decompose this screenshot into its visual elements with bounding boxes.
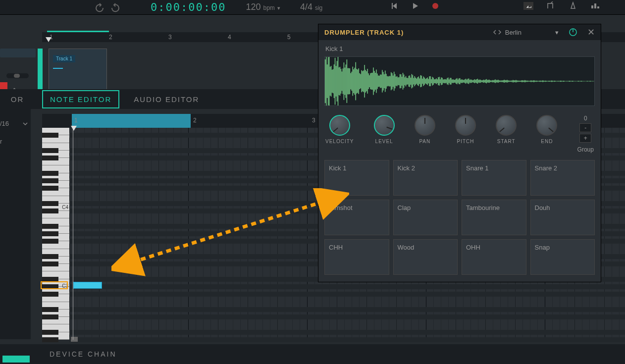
pad-kick1[interactable]: Kick 1	[324, 160, 389, 196]
pad-chh[interactable]: CHH	[324, 239, 389, 275]
piano-playhead-marker[interactable]	[71, 126, 77, 131]
preset-arrows-icon[interactable]	[493, 29, 501, 35]
svg-rect-179	[494, 80, 494, 82]
editor-tab-truncated[interactable]: OR	[0, 95, 35, 104]
svg-rect-181	[496, 80, 496, 83]
pad-douh[interactable]: Douh	[530, 200, 595, 235]
snap-value[interactable]: /16	[0, 120, 9, 127]
track-header-box[interactable]	[0, 49, 36, 57]
undo-icon[interactable]	[94, 2, 105, 13]
pad-wood[interactable]: Wood	[393, 239, 458, 275]
midi-note-c3[interactable]	[73, 282, 102, 289]
svg-rect-80	[397, 76, 397, 87]
svg-rect-24	[342, 71, 342, 91]
svg-rect-160	[475, 80, 476, 83]
bpm-display[interactable]: 120 bpm ▾	[246, 2, 280, 12]
chevron-down-icon[interactable]	[22, 121, 28, 127]
loop-region[interactable]	[72, 114, 191, 128]
svg-rect-158	[473, 80, 474, 83]
pad-kick2[interactable]: Kick 2	[393, 160, 458, 196]
tab-audio-editor[interactable]: AUDIO EDITOR	[127, 91, 206, 107]
pad-snare1[interactable]: Snare 1	[462, 160, 526, 196]
close-icon[interactable]: ✕	[587, 27, 595, 38]
svg-rect-213	[527, 81, 528, 82]
svg-rect-119	[435, 79, 435, 83]
svg-rect-229	[543, 81, 544, 82]
pad-ohh[interactable]: OHH	[462, 239, 526, 275]
knob-start[interactable]: START	[496, 115, 517, 144]
midi-clip[interactable]: Track 1	[49, 49, 107, 94]
knob-pan[interactable]: PAN	[415, 115, 435, 144]
svg-rect-11	[329, 57, 329, 105]
svg-rect-243	[557, 81, 558, 81]
pad-rimshot[interactable]: Rimshot	[324, 200, 389, 235]
svg-rect-163	[478, 80, 479, 83]
svg-rect-148	[464, 80, 464, 82]
svg-rect-75	[392, 73, 392, 90]
svg-rect-210	[524, 80, 525, 82]
pad-snare2[interactable]: Snare 2	[530, 160, 595, 196]
pad-tambourine[interactable]: Tambourine	[462, 200, 526, 235]
loop-icon[interactable]	[523, 2, 533, 10]
playhead-marker[interactable]	[46, 37, 52, 42]
waveform-display[interactable]	[324, 56, 595, 106]
knob-end[interactable]: END	[536, 115, 557, 144]
tempo-icon[interactable]	[568, 1, 578, 10]
power-icon[interactable]	[569, 28, 577, 37]
redo-icon[interactable]	[110, 2, 121, 13]
svg-rect-70	[387, 76, 387, 87]
svg-rect-263	[576, 81, 577, 82]
svg-rect-7	[325, 59, 325, 103]
track-record-arm[interactable]	[0, 82, 7, 90]
svg-rect-224	[538, 81, 539, 81]
record-icon[interactable]	[431, 2, 439, 10]
tab-note-editor[interactable]: NOTE EDITOR	[42, 90, 119, 108]
svg-rect-234	[548, 81, 549, 82]
svg-rect-267	[580, 81, 581, 82]
export-icon[interactable]	[546, 1, 556, 10]
device-chain-bar: DEVICE CHAIN	[0, 344, 625, 364]
svg-rect-274	[587, 81, 588, 81]
mixer-icon[interactable]	[590, 1, 600, 10]
svg-rect-214	[528, 81, 529, 82]
svg-rect-280	[593, 81, 594, 82]
track-volume-slider[interactable]	[6, 73, 29, 78]
svg-rect-133	[449, 79, 449, 83]
knob-level[interactable]: LEVEL	[374, 115, 395, 144]
svg-rect-28	[346, 64, 346, 98]
svg-rect-225	[539, 81, 540, 82]
svg-rect-52	[369, 75, 369, 87]
preset-selector[interactable]: Berlin ▾	[493, 29, 559, 36]
svg-rect-116	[432, 77, 432, 85]
svg-rect-161	[476, 79, 477, 83]
svg-rect-131	[447, 78, 447, 85]
play-icon[interactable]	[411, 2, 419, 10]
pad-clap[interactable]: Clap	[393, 200, 458, 235]
piano-keyboard[interactable]: C4C3	[42, 128, 69, 340]
svg-rect-120	[436, 78, 436, 84]
svg-rect-253	[567, 81, 567, 81]
svg-rect-259	[573, 81, 573, 82]
group-minus-button[interactable]: -	[579, 123, 591, 132]
device-chain-label[interactable]: DEVICE CHAIN	[50, 350, 117, 358]
time-signature[interactable]: 4/4 sig	[300, 2, 322, 12]
svg-rect-61	[378, 75, 378, 87]
svg-rect-35	[353, 67, 353, 96]
svg-rect-45	[362, 71, 363, 92]
svg-rect-76	[393, 76, 393, 87]
rewind-icon[interactable]	[391, 2, 399, 10]
svg-rect-4	[597, 6, 599, 8]
knob-velocity[interactable]: VELOCITY	[325, 115, 354, 144]
svg-rect-156	[471, 80, 472, 83]
svg-rect-200	[515, 80, 515, 82]
svg-rect-227	[541, 81, 542, 82]
svg-rect-211	[525, 80, 526, 82]
pad-snap[interactable]: Snap	[530, 239, 595, 275]
zoom-scroll-handle[interactable]	[71, 337, 78, 342]
group-plus-button[interactable]: +	[579, 134, 591, 143]
slider-thumb[interactable]	[14, 74, 20, 78]
svg-rect-180	[495, 79, 495, 83]
undo-redo-group	[94, 2, 121, 13]
knob-pitch[interactable]: PITCH	[455, 115, 476, 144]
svg-rect-238	[552, 81, 553, 82]
